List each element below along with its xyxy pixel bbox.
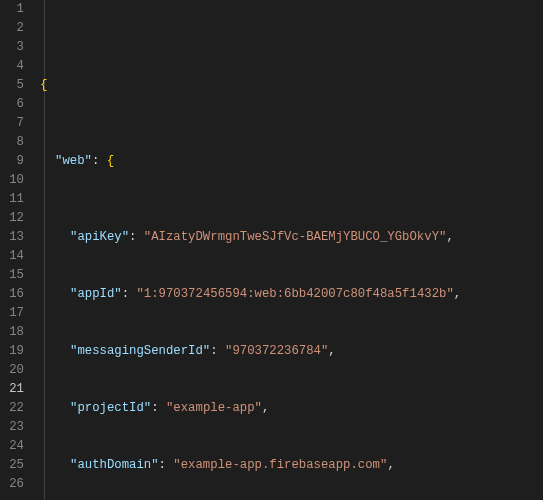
line-number: 10 bbox=[0, 171, 24, 190]
line-number: 3 bbox=[0, 38, 24, 57]
json-key: authDomain bbox=[77, 458, 151, 472]
line-number: 8 bbox=[0, 133, 24, 152]
json-value: example-app.firebaseapp.com bbox=[181, 458, 380, 472]
line-number: 15 bbox=[0, 266, 24, 285]
line-number: 26 bbox=[0, 475, 24, 494]
code-line[interactable]: "web": { bbox=[40, 152, 543, 171]
json-value: AIzatyDWrmgnTweSJfVc-BAEMjYBUCO_YGbOkvY bbox=[151, 230, 439, 244]
json-key: appId bbox=[77, 287, 114, 301]
line-number: 1 bbox=[0, 0, 24, 19]
line-number: 13 bbox=[0, 228, 24, 247]
line-number: 11 bbox=[0, 190, 24, 209]
line-number-gutter: 1 2 3 4 5 6 7 8 9 10 11 12 13 14 15 16 1… bbox=[0, 0, 36, 500]
json-key: messagingSenderId bbox=[77, 344, 202, 358]
line-number: 22 bbox=[0, 399, 24, 418]
code-line[interactable]: "projectId": "example-app", bbox=[40, 399, 543, 418]
line-number: 20 bbox=[0, 361, 24, 380]
code-line[interactable]: "appId": "1:970372456594:web:6bb42007c80… bbox=[40, 285, 543, 304]
code-line[interactable]: "apiKey": "AIzatyDWrmgnTweSJfVc-BAEMjYBU… bbox=[40, 228, 543, 247]
line-number: 4 bbox=[0, 57, 24, 76]
json-key: web bbox=[62, 154, 84, 168]
line-number: 6 bbox=[0, 95, 24, 114]
line-number: 7 bbox=[0, 114, 24, 133]
json-value: 1:970372456594:web:6bb42007c80f48a5f1432… bbox=[144, 287, 447, 301]
code-line[interactable]: "messagingSenderId": "970372236784", bbox=[40, 342, 543, 361]
json-value: example-app bbox=[173, 401, 254, 415]
code-line[interactable]: "authDomain": "example-app.firebaseapp.c… bbox=[40, 456, 543, 475]
line-number: 19 bbox=[0, 342, 24, 361]
line-number: 23 bbox=[0, 418, 24, 437]
line-number: 2 bbox=[0, 19, 24, 38]
code-line[interactable]: { bbox=[40, 76, 543, 95]
line-number: 9 bbox=[0, 152, 24, 171]
json-key: projectId bbox=[77, 401, 143, 415]
line-number: 18 bbox=[0, 323, 24, 342]
line-number: 5 bbox=[0, 76, 24, 95]
line-number: 14 bbox=[0, 247, 24, 266]
code-editor[interactable]: 1 2 3 4 5 6 7 8 9 10 11 12 13 14 15 16 1… bbox=[0, 0, 543, 500]
json-value: 970372236784 bbox=[232, 344, 321, 358]
line-number-active: 21 bbox=[0, 380, 24, 399]
line-number: 17 bbox=[0, 304, 24, 323]
line-number: 25 bbox=[0, 456, 24, 475]
indent-guide bbox=[44, 0, 45, 500]
json-key: apiKey bbox=[77, 230, 121, 244]
line-number: 12 bbox=[0, 209, 24, 228]
line-number: 16 bbox=[0, 285, 24, 304]
code-area[interactable]: { "web": { "apiKey": "AIzatyDWrmgnTweSJf… bbox=[36, 0, 543, 500]
line-number: 24 bbox=[0, 437, 24, 456]
